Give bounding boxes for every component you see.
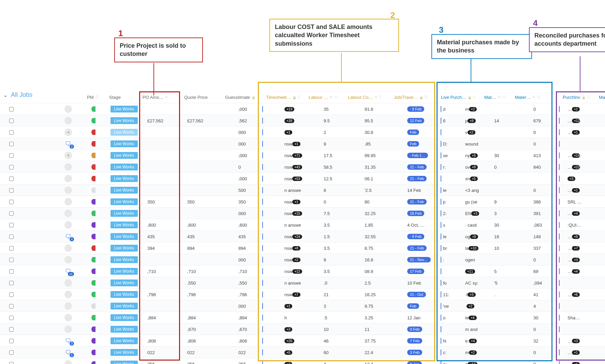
live-purch-text[interactable]: 'ne bbox=[442, 300, 451, 312]
table-row[interactable]: ＋Live Works000+1230.8Febv+20…+10.04 bbox=[0, 126, 605, 138]
add-comment-icon[interactable]: ＋ bbox=[64, 128, 72, 136]
guesstimate-cell[interactable]: ,600 bbox=[237, 219, 257, 231]
count-badge[interactable]: +4 bbox=[469, 316, 476, 320]
quote-price-cell[interactable]: ,710 bbox=[186, 266, 217, 277]
row-checkbox[interactable] bbox=[5, 242, 15, 254]
purchinv-cell[interactable] bbox=[566, 277, 581, 289]
purchinv-cell[interactable]: …+6 bbox=[566, 289, 581, 300]
date-pill[interactable]: 21 - Oct bbox=[407, 292, 426, 297]
live-purch-cell[interactable]: EN+3 bbox=[464, 208, 481, 219]
date-pill[interactable]: 21 - Feb bbox=[407, 164, 427, 170]
timesheet-cell[interactable]: nsw+7 bbox=[283, 289, 307, 300]
pm-avatar[interactable] bbox=[64, 325, 72, 333]
job-date-cell[interactable]: Feb bbox=[406, 300, 433, 312]
quote-price-cell[interactable] bbox=[186, 208, 217, 219]
count-badge[interactable]: +3 bbox=[284, 327, 292, 332]
row-checkbox[interactable] bbox=[5, 277, 15, 289]
job-date-cell[interactable]: 21 - Feb bbox=[406, 173, 433, 184]
timesheet-cell[interactable]: nsw+1 bbox=[283, 138, 307, 150]
count-badge[interactable]: +53 bbox=[292, 177, 302, 181]
count-badge[interactable]: +1 bbox=[284, 130, 292, 135]
count-badge[interactable]: +8 bbox=[572, 234, 580, 239]
row-checkbox[interactable] bbox=[5, 196, 15, 208]
po-amount-cell[interactable]: ,710 bbox=[146, 266, 177, 277]
live-purch-text[interactable]: r: bbox=[442, 161, 451, 173]
materials-2-cell[interactable]: 0 bbox=[532, 323, 549, 335]
live-purch-cell[interactable]: m+2 bbox=[464, 103, 481, 115]
collapse-group-icon[interactable]: ⌄ bbox=[3, 92, 8, 98]
live-purch-text[interactable] bbox=[442, 173, 451, 184]
quote-price-cell[interactable]: 256 bbox=[186, 358, 217, 364]
labour-cost-cell[interactable]: 12.4 bbox=[363, 358, 384, 364]
materials-1-cell[interactable]: 9 bbox=[493, 196, 510, 208]
job-date-cell[interactable]: 4 Oct, … bbox=[406, 219, 433, 231]
timesheet-cell[interactable]: nsw+2 bbox=[283, 254, 307, 266]
job-date-cell[interactable]: 8 Jan bbox=[406, 358, 433, 364]
count-badge[interactable]: +4 bbox=[572, 211, 580, 216]
po-amount-cell[interactable] bbox=[146, 150, 177, 161]
timesheet-cell[interactable]: +19 bbox=[283, 103, 307, 115]
live-purch-cell[interactable]: v+2 bbox=[464, 126, 481, 138]
pm-avatar[interactable] bbox=[64, 117, 72, 124]
po-amount-cell[interactable] bbox=[146, 277, 177, 289]
date-pill[interactable]: 17 Feb bbox=[407, 269, 424, 274]
materials-1-cell[interactable] bbox=[493, 138, 510, 150]
count-badge[interactable]: +2 bbox=[469, 107, 477, 111]
labour-cost-cell[interactable]: 16.25 bbox=[363, 289, 384, 300]
count-badge[interactable]: +12 bbox=[572, 119, 580, 123]
count-badge[interactable]: +14 bbox=[572, 153, 580, 158]
labour-hours-cell[interactable]: 3 bbox=[322, 300, 341, 312]
col-materials-2[interactable]: Mater… bbox=[515, 92, 547, 102]
count-badge[interactable]: +3 bbox=[468, 292, 475, 297]
count-badge[interactable]: +7 bbox=[572, 246, 580, 251]
row-checkbox[interactable] bbox=[5, 335, 15, 347]
table-row[interactable]: Live Works500n answe8'2.514 Feble<3 ang0… bbox=[0, 184, 605, 196]
count-badge[interactable]: +15 bbox=[292, 211, 302, 216]
labour-cost-cell[interactable]: '2.5 bbox=[363, 184, 384, 196]
materials-2-cell[interactable]: 148 bbox=[532, 231, 549, 242]
materials-2-cell[interactable]: 0 bbox=[532, 184, 549, 196]
table-row[interactable]: Live Works394894894nsw+83.58.7521 - Febb… bbox=[0, 242, 605, 254]
guesstimate-cell[interactable]: ,000 bbox=[237, 103, 257, 115]
labour-cost-cell[interactable]: 32.25 bbox=[363, 208, 384, 219]
guesstimate-cell[interactable]: 000 bbox=[237, 138, 257, 150]
materials-1-cell[interactable] bbox=[493, 323, 510, 335]
po-amount-cell[interactable] bbox=[146, 126, 177, 138]
row-checkbox[interactable] bbox=[5, 150, 15, 161]
labour-hours-cell[interactable]: 60 bbox=[322, 347, 341, 358]
live-purch-cell[interactable]: e:+4 bbox=[464, 335, 481, 347]
row-checkbox[interactable] bbox=[5, 358, 15, 364]
count-badge[interactable]: +1 bbox=[292, 200, 300, 204]
materials-2-cell[interactable]: 69 bbox=[532, 266, 549, 277]
materials-2-cell[interactable]: 386 bbox=[532, 196, 549, 208]
row-checkbox[interactable] bbox=[5, 126, 15, 138]
quote-price-cell[interactable]: 435 bbox=[186, 231, 217, 242]
stage-pill[interactable]: Live Works bbox=[110, 129, 138, 136]
timesheet-cell[interactable]: +1 bbox=[283, 126, 307, 138]
quote-price-cell[interactable] bbox=[186, 138, 217, 150]
live-purch-cell[interactable]: p+8 bbox=[464, 115, 481, 126]
add-comment-icon[interactable]: ＋ bbox=[64, 152, 72, 159]
live-purch-cell[interactable]: · casti bbox=[464, 219, 481, 231]
labour-hours-cell[interactable]: 58.5 bbox=[322, 161, 341, 173]
job-date-cell[interactable]: Feb bbox=[406, 126, 433, 138]
timesheet-cell[interactable]: n answe bbox=[283, 219, 307, 231]
table-row[interactable]: 🗨2Live Works000nsw+19.85FebD:wound0 bbox=[0, 138, 605, 149]
materials-2-cell[interactable]: ,063 bbox=[532, 219, 549, 231]
timesheet-cell[interactable]: nsw+8 bbox=[283, 242, 307, 254]
live-purch-text[interactable]: fo bbox=[442, 277, 451, 289]
count-badge[interactable]: +12 bbox=[292, 269, 302, 274]
date-pill[interactable]: Feb bbox=[407, 141, 419, 147]
table-row[interactable]: ＋Live Works,000nsw+7117.599.95· Feb 1…se… bbox=[0, 149, 605, 161]
guesstimate-cell[interactable]: 894 bbox=[237, 242, 257, 254]
count-badge[interactable]: +7 bbox=[292, 292, 300, 297]
guesstimate-cell[interactable]: 000 bbox=[237, 254, 257, 266]
guesstimate-cell[interactable]: ,884 bbox=[237, 312, 257, 323]
count-badge[interactable]: +1 bbox=[572, 130, 580, 135]
purchinv-cell[interactable] bbox=[566, 323, 581, 335]
quote-price-cell[interactable]: ,600 bbox=[186, 219, 217, 231]
labour-cost-cell[interactable]: 80 bbox=[363, 196, 384, 208]
purchinv-cell[interactable]: …+3 bbox=[566, 335, 581, 347]
col-labour-hours[interactable]: Labour … bbox=[309, 92, 341, 102]
labour-hours-cell[interactable]: 3.5 bbox=[322, 266, 341, 277]
